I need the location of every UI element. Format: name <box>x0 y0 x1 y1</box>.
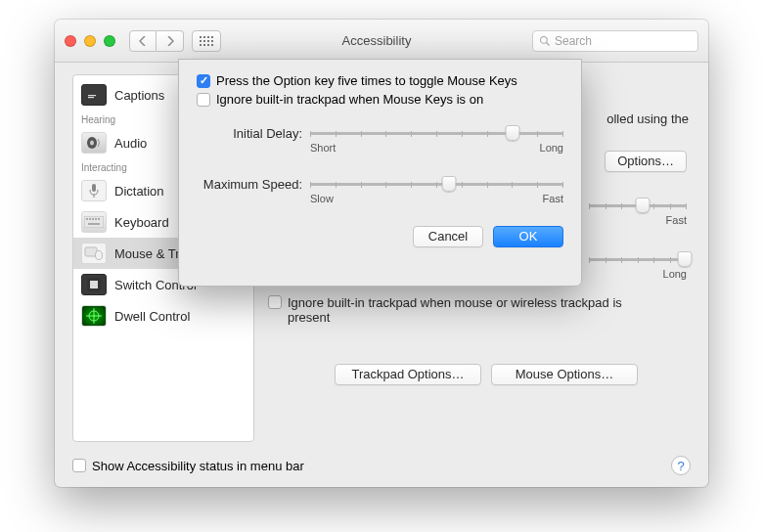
sidebar-item-label: Keyboard <box>114 215 169 230</box>
titlebar: Accessibility Search <box>55 20 708 63</box>
microphone-icon <box>81 180 107 201</box>
checkbox-label: Show Accessibility status in menu bar <box>92 459 304 473</box>
svg-rect-13 <box>95 218 97 220</box>
slider-label-long: Long <box>663 268 687 280</box>
option-key-toggle-checkbox[interactable]: Press the Option key five times to toggl… <box>197 73 563 88</box>
mouse-options-button[interactable]: Mouse Options… <box>491 364 638 385</box>
forward-button[interactable] <box>157 30 184 52</box>
svg-line-1 <box>547 42 550 45</box>
keyboard-icon <box>81 211 107 233</box>
svg-rect-10 <box>86 218 88 220</box>
max-speed-label: Maximum Speed: <box>197 175 310 192</box>
checkbox-box <box>268 295 282 309</box>
svg-rect-12 <box>92 218 94 220</box>
svg-rect-7 <box>92 184 96 192</box>
trackpad-options-button[interactable]: Trackpad Options… <box>335 364 481 385</box>
svg-point-6 <box>90 141 94 146</box>
slider-label-fast: Fast <box>543 193 563 204</box>
show-all-button[interactable] <box>192 30 221 52</box>
sidebar-item-dwell-control[interactable]: Dwell Control <box>73 300 253 332</box>
search-input[interactable]: Search <box>532 30 698 52</box>
bg-text-fragment: olled using the <box>606 111 689 126</box>
svg-point-0 <box>541 36 548 43</box>
search-placeholder: Search <box>555 34 592 48</box>
show-status-checkbox[interactable]: Show Accessibility status in menu bar <box>72 459 304 473</box>
cancel-button[interactable]: Cancel <box>413 226 483 247</box>
ok-button[interactable]: OK <box>493 226 563 247</box>
switch-control-icon <box>81 274 107 295</box>
sidebar-item-label: Captions <box>114 88 164 103</box>
back-button[interactable] <box>129 30 157 52</box>
help-button[interactable]: ? <box>671 456 691 475</box>
checkbox-label: Ignore built-in trackpad when Mouse Keys… <box>216 92 483 107</box>
max-speed-slider[interactable]: Slow Fast <box>310 175 563 208</box>
nav-buttons <box>129 30 184 52</box>
bg-slider-delay[interactable]: Long <box>589 250 687 284</box>
ignore-trackpad-checkbox[interactable]: Ignore built-in trackpad when mouse or w… <box>268 295 659 325</box>
search-icon <box>539 35 551 47</box>
dwell-control-icon <box>81 305 107 327</box>
slider-label-long: Long <box>540 142 563 154</box>
svg-rect-11 <box>89 218 91 220</box>
initial-delay-label: Initial Delay: <box>197 124 310 141</box>
mouse-icon <box>81 243 107 264</box>
svg-rect-3 <box>88 95 96 96</box>
bg-slider-speed[interactable]: Fast <box>589 197 687 230</box>
sidebar-item-label: Dictation <box>114 184 164 199</box>
speaker-icon <box>81 132 107 154</box>
slider-label-slow: Slow <box>310 193 334 204</box>
svg-point-17 <box>96 251 103 260</box>
sidebar-item-label: Audio <box>114 136 147 151</box>
minimize-icon[interactable] <box>84 35 96 47</box>
slider-label-short: Short <box>310 142 336 154</box>
window-title: Accessibility <box>229 33 524 48</box>
zoom-icon[interactable] <box>104 35 115 47</box>
footer: Show Accessibility status in menu bar ? <box>72 456 691 475</box>
slider-label-fast: Fast <box>666 214 687 226</box>
checkbox-box <box>72 459 86 472</box>
mouse-keys-options-sheet: Press the Option key five times to toggl… <box>178 59 582 287</box>
mouse-keys-options-button[interactable]: Options… <box>605 151 687 172</box>
sidebar-item-label: Dwell Control <box>114 309 190 324</box>
svg-rect-14 <box>98 218 100 220</box>
initial-delay-slider[interactable]: Short Long <box>310 124 563 157</box>
checkbox-label: Press the Option key five times to toggl… <box>216 73 517 88</box>
svg-rect-4 <box>88 97 94 98</box>
svg-rect-9 <box>84 216 104 228</box>
checkbox-label: Ignore built-in trackpad when mouse or w… <box>288 295 659 325</box>
close-icon[interactable] <box>65 35 76 47</box>
ignore-trackpad-mousekeys-checkbox[interactable]: Ignore built-in trackpad when Mouse Keys… <box>197 92 563 107</box>
svg-rect-19 <box>90 281 98 288</box>
svg-rect-15 <box>88 223 100 225</box>
captions-icon <box>81 84 107 106</box>
checkbox-box <box>197 74 210 88</box>
window-controls <box>65 35 115 47</box>
checkbox-box <box>197 93 210 107</box>
